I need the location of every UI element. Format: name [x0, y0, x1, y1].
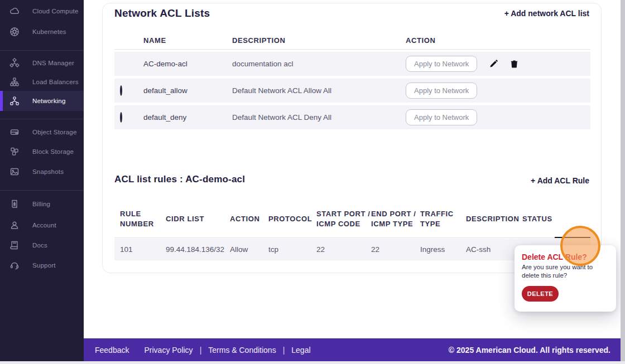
acl-lists-title: Network ACL Lists: [114, 7, 210, 20]
sidebar-item-label: Snapshots: [32, 168, 64, 175]
acl-description: Default Network ACL Deny All: [232, 113, 406, 122]
footer: Feedback Privacy Policy | Terms & Condit…: [84, 338, 625, 361]
rule-action: Allow: [230, 245, 268, 254]
acl-name: default_allow: [143, 86, 232, 95]
popup-message: Are you sure you want to delete this rul…: [522, 263, 610, 280]
delete-trash-icon[interactable]: [509, 60, 518, 69]
sidebar-item-dns-manager[interactable]: DNS Manager: [0, 53, 84, 73]
column-header-start-port: START PORT / ICMP CODE: [316, 209, 371, 229]
sidebar-item-docs[interactable]: Docs: [0, 235, 84, 255]
sidebar-item-label: Account: [32, 222, 56, 229]
sidebar-item-label: Object Storage: [32, 129, 77, 135]
delete-button[interactable]: DELETE: [522, 286, 559, 302]
column-header-description: DESCRIPTION: [466, 214, 522, 224]
sidebar-item-load-balancers[interactable]: Load Balancers: [0, 72, 84, 92]
sidebar-item-cloud-compute[interactable]: Cloud Compute: [0, 1, 84, 21]
column-header-description: DESCRIPTION: [232, 36, 406, 45]
drive-icon: [9, 127, 20, 137]
column-header-action: ACTION: [230, 214, 268, 224]
footer-link-feedback[interactable]: Feedback: [95, 346, 129, 355]
kubernetes-helm-icon: [9, 27, 20, 37]
footer-separator: |: [283, 346, 285, 355]
click-indicator: [560, 226, 600, 266]
acl-rules-title: ACL list rules : AC-demo-acl: [114, 174, 245, 185]
apply-to-network-button[interactable]: Apply to Network: [406, 109, 477, 125]
sidebar-item-billing[interactable]: Billing: [0, 194, 84, 214]
sidebar-item-block-storage[interactable]: Block Storage: [0, 142, 84, 162]
acl-description: documentation acl: [232, 60, 406, 68]
rule-end-port: 22: [371, 245, 420, 254]
sidebar-item-label: Block Storage: [32, 148, 74, 155]
rule-protocol: tcp: [268, 245, 316, 254]
rule-start-port: 22: [316, 245, 371, 254]
rule-traffic-type: Ingress: [420, 245, 466, 254]
sidebar-item-account[interactable]: Account: [0, 215, 84, 235]
sidebar-item-label: Docs: [32, 242, 47, 249]
column-header-end-port: END PORT / ICMP TYPE: [371, 209, 420, 229]
table-row: default_allow Default Network ACL Allow …: [114, 79, 590, 103]
edit-pencil-icon[interactable]: [489, 60, 498, 69]
table-row: AC-demo-acl documentation acl Apply to N…: [114, 52, 590, 76]
acl-selected-radio[interactable]: [120, 112, 122, 123]
cloud-icon: [9, 6, 20, 16]
sidebar-divider: [0, 119, 84, 119]
footer-separator: |: [200, 346, 202, 355]
network-acl-card: Network ACL Lists + Add network ACL list…: [102, 3, 602, 273]
column-header-cidr-list: CIDR LIST: [166, 214, 230, 224]
acl-name: default_deny: [143, 113, 232, 122]
sidebar-item-kubernetes[interactable]: Kubernetes: [0, 22, 84, 42]
rule-description: AC-ssh: [466, 245, 522, 254]
column-header-rule-number: RULE NUMBER: [120, 209, 166, 229]
footer-link-privacy-policy[interactable]: Privacy Policy: [144, 346, 193, 355]
sidebar-item-label: Billing: [32, 201, 50, 207]
column-header-protocol: PROTOCOL: [268, 214, 316, 224]
footer-link-legal[interactable]: Legal: [291, 346, 310, 355]
sidebar-item-label: Support: [32, 262, 56, 269]
column-header-name: NAME: [143, 36, 232, 45]
table-row: default_deny Default Network ACL Deny Al…: [114, 105, 590, 129]
column-header-action: ACTION: [406, 36, 590, 45]
person-icon: [9, 220, 20, 230]
book-icon: [9, 240, 20, 250]
acl-lists-table-header: NAME DESCRIPTION ACTION: [114, 31, 590, 50]
rule-number: 101: [120, 245, 166, 254]
acl-rules-table-header: RULE NUMBER CIDR LIST ACTION PROTOCOL ST…: [114, 200, 590, 238]
sidebar-divider: [0, 190, 84, 191]
add-network-acl-list-link[interactable]: + Add network ACL list: [504, 9, 589, 18]
bottom-strip: [0, 361, 625, 364]
sidebar-item-snapshots[interactable]: Snapshots: [0, 162, 84, 182]
footer-link-terms[interactable]: Terms & Conditions: [208, 346, 276, 355]
network-tree-icon: [9, 96, 20, 106]
sidebar-item-label: Networking: [32, 98, 66, 104]
sidebar-item-label: Load Balancers: [32, 79, 79, 85]
load-balancer-icon: [9, 77, 20, 87]
column-header-status: STATUS: [522, 214, 590, 224]
acl-description: Default Network ACL Allow All: [232, 86, 406, 95]
sidebar-item-label: DNS Manager: [32, 60, 74, 66]
headset-icon: [9, 260, 20, 270]
apply-to-network-button[interactable]: Apply to Network: [406, 82, 477, 99]
add-acl-rule-link[interactable]: + Add ACL Rule: [531, 176, 589, 185]
sidebar: Cloud Compute Kubernetes DNS Manager Loa…: [0, 0, 84, 361]
sidebar-divider: [0, 50, 84, 51]
cubes-icon: [9, 147, 20, 157]
sidebar-item-support[interactable]: Support: [0, 255, 84, 275]
sidebar-item-object-storage[interactable]: Object Storage: [0, 122, 84, 142]
scrollbar[interactable]: [621, 0, 625, 361]
acl-name: AC-demo-acl: [143, 60, 232, 68]
acl-selected-radio[interactable]: [120, 85, 122, 96]
column-header-traffic-type: TRAFFIC TYPE: [420, 209, 466, 229]
apply-to-network-button[interactable]: Apply to Network: [406, 56, 477, 72]
sidebar-item-networking[interactable]: Networking: [0, 91, 84, 111]
sidebar-item-label: Kubernetes: [32, 28, 66, 35]
rule-cidr: 99.44.184.136/32: [166, 245, 230, 254]
footer-copyright: © 2025 American Cloud. All rights reserv…: [449, 346, 610, 355]
image-icon: [9, 167, 20, 177]
sidebar-item-label: Cloud Compute: [32, 8, 79, 14]
receipt-icon: [9, 199, 20, 209]
dns-nodes-icon: [9, 58, 20, 68]
